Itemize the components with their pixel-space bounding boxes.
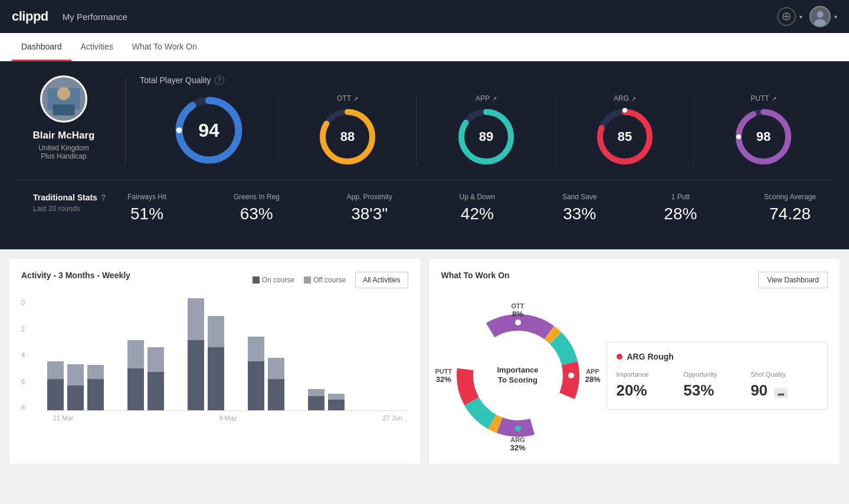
main-gauge: 94	[140, 95, 278, 166]
user-dropdown-arrow[interactable]: ▾	[834, 14, 837, 20]
gauge-app: APP ↗ 89	[417, 94, 556, 166]
stats-bar: Traditional Stats ? Last 20 rounds Fairw…	[17, 180, 832, 235]
stat-scoring: Scoring Average 74.28	[764, 193, 816, 223]
all-activities-button[interactable]: All Activities	[355, 272, 408, 288]
bar-group	[107, 298, 124, 410]
bar-off-course	[328, 394, 345, 400]
legend-on-course: On course	[253, 276, 294, 284]
bar-on-course	[268, 379, 284, 410]
shot-quality-badge: ▬	[774, 388, 788, 398]
donut-label-arg: ARG32%	[510, 436, 525, 452]
metric-importance: Importance 20%	[617, 371, 684, 400]
player-handicap: Plus Handicap	[41, 152, 86, 160]
add-dropdown-arrow[interactable]: ▾	[799, 14, 802, 20]
stat-oneputt: 1 Putt 28%	[664, 193, 697, 223]
off-course-dot	[304, 276, 311, 284]
logo: clippd	[12, 9, 48, 24]
stats-label-text: Traditional Stats	[33, 193, 97, 202]
bar-on-course	[328, 400, 345, 410]
player-country: United Kingdom	[38, 144, 88, 152]
divider	[125, 75, 126, 166]
bar-off-course	[147, 347, 164, 372]
donut-label-putt: PUTT32%	[435, 368, 453, 384]
stat-updown: Up & Down 42%	[460, 193, 496, 223]
tab-what-to-work-on[interactable]: What To Work On	[123, 34, 206, 61]
wtwo-metrics: Importance 20% Opportunity 53% Shot Qual…	[617, 371, 818, 400]
page-title: My Performance	[63, 12, 127, 22]
gauge-app-val: 89	[479, 129, 493, 144]
metric-opportunity: Opportunity 53%	[683, 371, 750, 400]
donut-label-app: APP28%	[585, 368, 600, 384]
bar-off-course	[308, 389, 324, 396]
gauge-ott-val: 88	[340, 129, 355, 144]
svg-rect-9	[53, 104, 75, 116]
gauge-putt: PUTT ↗ 98	[694, 94, 832, 166]
svg-point-23	[736, 134, 741, 139]
svg-point-30	[515, 426, 521, 431]
chart-title: Activity - 3 Months - Weekly	[21, 271, 130, 280]
bar-group	[188, 298, 204, 410]
logo-text: clippd	[12, 9, 48, 24]
bar-on-course	[87, 379, 104, 410]
top-nav-actions: ▾ ▾	[777, 6, 837, 27]
user-avatar[interactable]	[809, 6, 831, 27]
donut-chart: ImportanceTo Scoring OTT8% APP28% ARG32%…	[441, 299, 595, 452]
bar-group	[248, 298, 264, 410]
bar-off-course	[208, 316, 224, 347]
stats-sublabel: Last 20 rounds	[33, 205, 127, 213]
card-title: ARG Rough	[627, 352, 674, 361]
bar-on-course	[208, 347, 224, 410]
bar-group	[308, 298, 324, 410]
add-button[interactable]	[777, 7, 796, 26]
tab-dashboard[interactable]: Dashboard	[12, 34, 71, 61]
bar-group	[67, 298, 84, 410]
svg-point-17	[459, 134, 464, 139]
activity-panel: Activity - 3 Months - Weekly On course O…	[9, 259, 420, 464]
gauge-arg-val: 85	[618, 129, 632, 144]
bar-off-course	[188, 298, 204, 340]
bottom-panels: Activity - 3 Months - Weekly On course O…	[0, 249, 849, 473]
bar-on-course	[47, 379, 64, 410]
donut-label-ott: OTT8%	[512, 302, 525, 318]
bar-on-course	[67, 386, 84, 410]
bar-on-course	[248, 361, 264, 410]
gauge-putt-val: 98	[756, 129, 771, 144]
gauges: 94 OTT ↗ 88	[140, 94, 832, 166]
on-course-dot	[253, 276, 260, 284]
bar-on-course	[308, 396, 324, 410]
metric-shot-quality: Shot Quality 90 ▬	[750, 371, 818, 400]
gauge-arg: ARG ↗ 85	[556, 94, 694, 166]
gauge-ott-label: OTT ↗	[337, 94, 358, 103]
chart-area: 8 6 4 2 0 21 Mar 9 May 27 Jun	[21, 299, 408, 429]
player-info: Blair McHarg United Kingdom Plus Handica…	[17, 75, 111, 160]
stats-items: Fairways Hit 51% Greens In Reg 63% App. …	[127, 193, 816, 223]
bar-group	[47, 298, 64, 410]
bar-group	[87, 298, 104, 410]
bar-off-course	[268, 358, 284, 379]
stats-help-icon[interactable]: ?	[101, 193, 106, 202]
stat-greens: Greens In Reg 63%	[234, 193, 280, 223]
top-nav: clippd My Performance ▾ ▾	[0, 0, 849, 33]
bar-group	[147, 298, 164, 410]
bar-group	[127, 298, 144, 410]
stat-fairways: Fairways Hit 51%	[127, 193, 166, 223]
wtwo-title: What To Work On	[441, 271, 510, 280]
wtwo-content: ImportanceTo Scoring OTT8% APP28% ARG32%…	[441, 299, 828, 452]
chart-bars	[47, 299, 408, 411]
bar-group	[228, 298, 244, 410]
bar-group	[328, 298, 345, 410]
chart-header: Activity - 3 Months - Weekly On course O…	[21, 271, 408, 289]
bar-off-course	[87, 365, 104, 379]
bar-group	[168, 298, 184, 410]
player-name: Blair McHarg	[33, 130, 95, 141]
bar-group	[268, 298, 284, 410]
view-dashboard-button[interactable]: View Dashboard	[758, 272, 828, 288]
gauge-ott: OTT ↗ 88	[278, 94, 417, 166]
tab-activities[interactable]: Activities	[71, 34, 123, 61]
svg-point-12	[176, 127, 182, 133]
bar-group	[208, 298, 224, 410]
svg-point-8	[57, 87, 70, 100]
stat-sandsave: Sand Save 33%	[562, 193, 597, 223]
legend-off-course: Off course	[304, 276, 346, 284]
quality-help-icon[interactable]: ?	[215, 75, 224, 85]
